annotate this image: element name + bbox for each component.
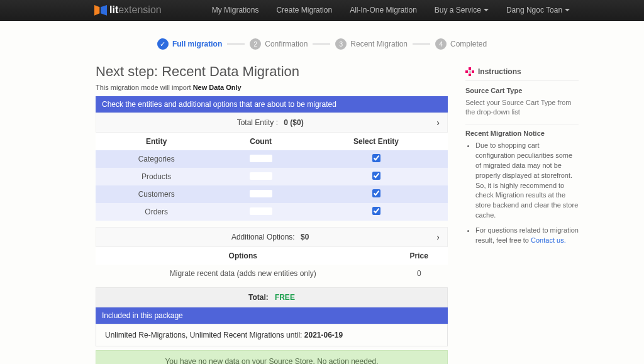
- svg-rect-6: [469, 70, 471, 73]
- entities-panel-header: Check the entities and additional option…: [96, 96, 448, 113]
- nav-buy-service[interactable]: Buy a Service: [435, 6, 489, 14]
- checkbox-products[interactable]: [372, 172, 380, 180]
- redacted-count: [250, 172, 272, 180]
- redacted-count: [250, 155, 272, 162]
- notice-bullet: For questions related to migration resul…: [475, 226, 579, 246]
- caret-icon: [484, 9, 489, 11]
- svg-rect-4: [472, 70, 474, 73]
- total-entity-toggle[interactable]: Total Entity : 0 ($0) ›: [96, 113, 448, 133]
- step-completed: 4Completed: [435, 38, 487, 50]
- additional-options-toggle[interactable]: Additional Options: $0 ›: [96, 227, 448, 247]
- top-nav: litextension My Migrations Create Migrat…: [0, 0, 644, 21]
- progress-stepper: ✓ Full migration 2Confirmation 3Recent M…: [0, 38, 644, 50]
- step-full-migration: ✓ Full migration: [157, 38, 222, 50]
- col-count: Count: [217, 133, 304, 150]
- package-info: Unlimited Re-Migrations, Unlimited Recen…: [96, 324, 448, 346]
- total-row: Total: FREE: [96, 287, 448, 307]
- instructions-sidebar: Instructions Source Cart Type Select you…: [465, 63, 579, 251]
- notice-bullet: Due to shopping cart configuration pecul…: [475, 141, 579, 221]
- checkbox-orders[interactable]: [372, 207, 380, 215]
- included-header: Included in this package: [96, 307, 448, 324]
- chevron-right-icon: ›: [436, 118, 440, 128]
- options-table: Options Price Migrate recent data (adds …: [96, 247, 448, 282]
- chevron-right-icon: ›: [436, 232, 440, 242]
- nav-user-menu[interactable]: Dang Ngoc Toan: [506, 6, 570, 14]
- table-row: Migrate recent data (adds new entities o…: [96, 265, 448, 282]
- nav-create-migration[interactable]: Create Migration: [276, 6, 332, 14]
- redacted-count: [250, 190, 272, 197]
- nav-my-migrations[interactable]: My Migrations: [212, 6, 259, 14]
- nav-items: My Migrations Create Migration All-In-On…: [212, 6, 570, 14]
- table-row: Products: [96, 168, 448, 185]
- page-title: Next step: Recent Data Migration: [96, 63, 448, 80]
- table-row: Customers: [96, 185, 448, 203]
- entities-table: Entity Count Select Entity Categories Pr…: [96, 133, 448, 221]
- svg-rect-3: [465, 70, 468, 73]
- source-cart-type-desc: Select your Source Cart Type from the dr…: [465, 98, 579, 118]
- page-subtitle: This migration mode will import New Data…: [96, 84, 448, 91]
- check-icon: ✓: [160, 40, 165, 48]
- contact-us-link[interactable]: Contact us.: [531, 236, 566, 244]
- nav-all-in-one[interactable]: All-In-One Migration: [350, 6, 417, 14]
- source-cart-type-title: Source Cart Type: [465, 87, 579, 94]
- logo-text: litextension: [109, 4, 162, 16]
- checkbox-customers[interactable]: [372, 189, 380, 197]
- table-row: Categories: [96, 150, 448, 168]
- step-recent-migration: 3Recent Migration: [335, 38, 408, 50]
- main-content: Next step: Recent Data Migration This mi…: [96, 63, 448, 364]
- instructions-icon: [465, 67, 474, 76]
- col-entity: Entity: [96, 133, 217, 150]
- recent-migration-notice-title: Recent Migration Notice: [465, 124, 579, 137]
- checkbox-categories[interactable]: [372, 154, 380, 162]
- svg-rect-5: [469, 74, 471, 76]
- caret-icon: [565, 9, 570, 11]
- no-data-alert: You have no new data on your Source Stor…: [96, 350, 448, 364]
- svg-rect-2: [469, 67, 471, 70]
- table-row: Orders: [96, 203, 448, 221]
- logo[interactable]: litextension: [94, 4, 162, 16]
- col-select: Select Entity: [304, 133, 448, 150]
- step-confirmation: 2Confirmation: [250, 38, 308, 50]
- logo-icon: [94, 5, 107, 15]
- redacted-count: [250, 207, 272, 215]
- svg-marker-0: [94, 5, 99, 16]
- svg-marker-1: [101, 5, 107, 16]
